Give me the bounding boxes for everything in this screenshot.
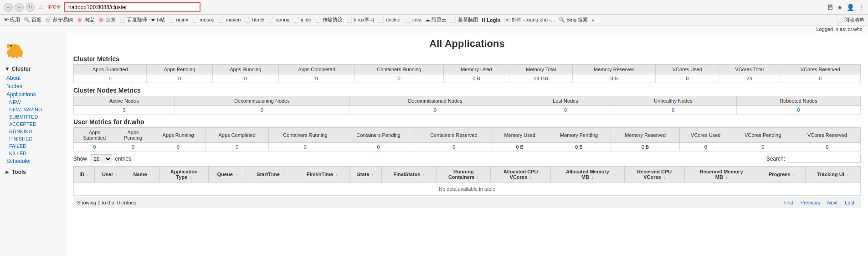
address-bar[interactable]: [64, 2, 200, 12]
dt-header-reserved-mem[interactable]: Reserved MemoryMB ↕: [684, 167, 758, 183]
dt-header-state[interactable]: State ↕: [349, 167, 381, 183]
show-entries-area: Show 20 50 100 entries: [73, 154, 131, 163]
dt-header-allocated-mem[interactable]: Allocated MemoryMB ↕: [551, 167, 625, 183]
um-header-1: AppsPending: [115, 128, 151, 143]
bookmark-baidu[interactable]: 🔍 百度: [24, 16, 41, 23]
cluster-metrics-table: Apps Submitted Apps Pending Apps Running…: [73, 64, 861, 83]
dt-header-name[interactable]: Name ↕: [125, 167, 160, 183]
search-input[interactable]: [788, 155, 861, 163]
bookmark-docker[interactable]: 📄 docker: [378, 17, 401, 23]
bookmark-aliyun[interactable]: ☁ 阿里云: [425, 16, 447, 23]
sidebar-about-link[interactable]: About: [0, 74, 66, 82]
cluster-nodes-header: Cluster Nodes Metrics: [73, 87, 861, 94]
um-val-6: 0: [415, 143, 493, 152]
bookmark-java[interactable]: 📄 java: [405, 17, 421, 23]
cm-val-3[interactable]: 0: [278, 74, 354, 83]
hadoop-elephant-logo: hadoop: [4, 40, 26, 58]
bookmark-bsite[interactable]: ★ b站: [151, 16, 164, 23]
cm-val-2[interactable]: 0: [212, 74, 278, 83]
cn-val-0[interactable]: 3: [74, 106, 175, 115]
dt-header-running-containers[interactable]: RunningContainers ↕: [437, 167, 490, 183]
bookmark-nginx[interactable]: 📄 nginx: [169, 17, 188, 23]
bookmark-suning[interactable]: 🛒 苏宁易购: [45, 16, 73, 23]
cm-header-5: Memory Used: [443, 65, 509, 74]
reading-mode-icon[interactable]: 📄 阅读清单: [837, 16, 864, 23]
bookmark-html5[interactable]: 📄 html5: [244, 17, 264, 23]
menu-icon[interactable]: ⋮: [858, 4, 864, 11]
bookmark-bing[interactable]: 🔍 Bing 搜索: [559, 16, 588, 23]
dt-header-progress[interactable]: Progress ↕: [758, 167, 805, 183]
sidebar-app-submitted[interactable]: SUBMITTED: [0, 113, 66, 120]
sidebar-app-running[interactable]: RUNNING: [0, 128, 66, 135]
um-val-1[interactable]: 0: [115, 143, 151, 152]
browser-chrome: ← → ↻ ⚠ 不安全 🖹 ★ 👤 ⋮: [0, 0, 868, 15]
bookmark-spring[interactable]: 📄 spring: [268, 17, 289, 23]
bookmark-ijide[interactable]: 📄 ij ide: [293, 17, 311, 23]
previous-btn[interactable]: Previous: [798, 199, 823, 206]
cn-val-4[interactable]: 0: [610, 106, 736, 115]
dt-header-user[interactable]: User ↕: [95, 167, 125, 183]
cm-val-0[interactable]: 0: [74, 74, 147, 83]
cn-val-3[interactable]: 0: [521, 106, 610, 115]
cn-val-5[interactable]: 0: [736, 106, 860, 115]
sidebar-app-new[interactable]: NEW: [0, 99, 66, 106]
bookmark-translate[interactable]: 📄 百度翻译: [119, 16, 147, 23]
um-val-5: 0: [342, 143, 415, 152]
sidebar-cluster-toggle[interactable]: ▼ Cluster: [0, 64, 66, 74]
star-icon[interactable]: ★: [837, 4, 843, 11]
reload-button[interactable]: ↻: [26, 3, 35, 12]
last-btn[interactable]: Last: [842, 199, 857, 206]
dt-header-id[interactable]: ID ↕: [74, 167, 95, 183]
sidebar-app-finished[interactable]: FINISHED: [0, 135, 66, 142]
sidebar-tools-toggle[interactable]: ► Tools: [0, 167, 66, 177]
bookmark-maven[interactable]: 📄 maven: [218, 17, 241, 23]
cn-header-2: Decommissioned Nodes: [349, 96, 521, 106]
cm-val-10: 0: [780, 74, 861, 83]
sidebar-applications-link[interactable]: Applications: [0, 90, 66, 99]
bookmark-jd[interactable]: 🌸 京东: [98, 16, 116, 23]
first-btn[interactable]: First: [781, 199, 796, 206]
sidebar-app-accepted[interactable]: ACCEPTED: [0, 120, 66, 128]
translate-icon[interactable]: 🖹: [827, 4, 833, 11]
cm-header-6: Memory Total: [509, 65, 572, 74]
dt-header-app-type[interactable]: ApplicationType ↕: [159, 167, 208, 183]
next-btn[interactable]: Next: [825, 199, 841, 206]
sidebar-app-failed[interactable]: FAILED: [0, 142, 66, 150]
bookmark-protocol[interactable]: 📄 传输协议: [315, 16, 343, 23]
dt-header-tracking-ui[interactable]: Tracking UI ↕: [805, 167, 860, 183]
sidebar-scheduler-link[interactable]: Scheduler: [0, 157, 66, 165]
cm-val-5: 0 B: [443, 74, 509, 83]
entries-select[interactable]: 20 50 100: [90, 154, 112, 163]
sidebar-nodes-link[interactable]: Nodes: [0, 82, 66, 90]
cm-val-4[interactable]: 0: [354, 74, 443, 83]
bookmark-linux[interactable]: 📄 linux学习: [346, 16, 375, 23]
cm-header-2: Apps Running: [212, 65, 278, 74]
applications-table: ID ↕ User ↕ Name ↕ ApplicationType ↕ Que…: [73, 166, 861, 196]
warning-icon: ⚠: [36, 3, 46, 12]
sidebar-app-killed[interactable]: KILLED: [0, 150, 66, 157]
bookmark-mesos[interactable]: 📄 mesos: [192, 17, 214, 23]
bookmark-apps[interactable]: 👁 应用: [4, 16, 20, 23]
bookmark-mail[interactable]: 💌 邮件 - xiang zhu -...: [504, 16, 555, 23]
more-bookmarks[interactable]: »: [591, 17, 594, 23]
cm-header-10: VCores Reserved: [780, 65, 861, 74]
forward-button[interactable]: →: [15, 3, 24, 12]
cn-val-1[interactable]: 0: [175, 106, 349, 115]
dt-header-finalstatus[interactable]: FinalStatus ↕: [381, 167, 437, 183]
dt-header-starttime[interactable]: StartTime ↕: [246, 167, 295, 183]
dt-header-queue[interactable]: Queue ↕: [208, 167, 246, 183]
dt-header-finishtime[interactable]: FinishTime ↕: [295, 167, 349, 183]
back-button[interactable]: ←: [4, 3, 13, 12]
um-val-9: 0 B: [611, 143, 679, 152]
cn-val-2[interactable]: 0: [349, 106, 521, 115]
bookmark-login[interactable]: H Login: [482, 17, 500, 23]
bookmark-mindmap[interactable]: 📄 蔓慕脑图: [450, 16, 478, 23]
dt-header-reserved-cpu[interactable]: Reserved CPUVCores ↕: [624, 167, 684, 183]
sidebar-app-new-saving[interactable]: NEW_SAVING: [0, 106, 66, 113]
nav-buttons[interactable]: ← → ↻ ⚠ 不安全: [4, 3, 61, 12]
um-header-9: Memory Reserved: [611, 128, 679, 143]
cm-val-1[interactable]: 0: [147, 74, 212, 83]
dt-header-allocated-cpu[interactable]: Allocated CPUVCores ↕: [491, 167, 551, 183]
bookmark-taobao[interactable]: 🌸 淘宝: [77, 16, 94, 23]
profile-icon[interactable]: 👤: [847, 4, 854, 11]
